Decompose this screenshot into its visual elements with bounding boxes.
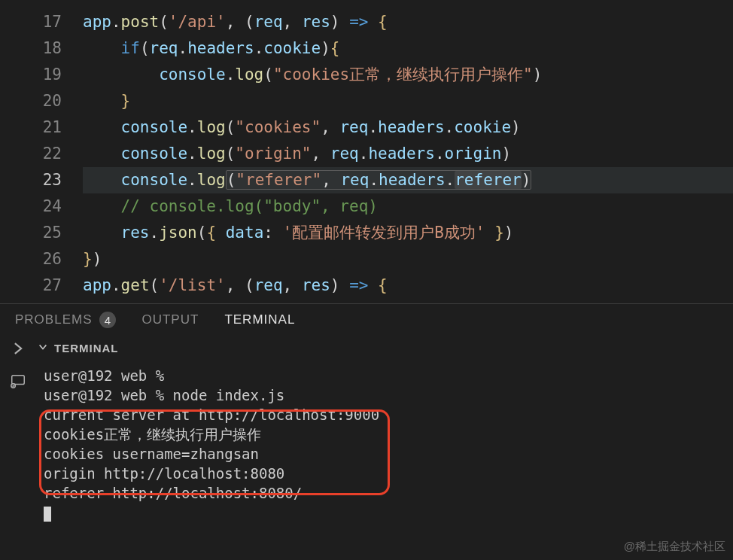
terminal-output[interactable]: user@192 web % user@192 web % node index… — [36, 366, 733, 522]
terminal-line: current server at http://localhost:9000 — [44, 405, 733, 425]
code-line[interactable]: console.log("referer", req.headers.refer… — [83, 167, 733, 193]
line-number: 17 — [0, 9, 62, 35]
terminal-line: user@192 web % — [44, 366, 733, 385]
terminal-area[interactable]: TERMINAL user@192 web % user@192 web % n… — [0, 336, 733, 522]
code-line[interactable]: console.log("cookies正常，继续执行用户操作") — [83, 62, 733, 88]
line-number-gutter: 1718192021222324252627 — [0, 9, 83, 299]
bottom-panel: PROBLEMS 4 OUTPUT TERMINAL — [0, 303, 733, 522]
chevron-right-icon[interactable] — [10, 340, 26, 361]
line-number: 24 — [0, 193, 62, 220]
terminal-cursor — [44, 507, 51, 522]
chevron-down-icon — [38, 339, 48, 358]
code-line[interactable]: res.json({ data: '配置邮件转发到用户B成功' }) — [83, 220, 733, 246]
panel-tabs: PROBLEMS 4 OUTPUT TERMINAL — [0, 304, 733, 336]
terminal-line: cookies正常，继续执行用户操作 — [44, 425, 733, 444]
code-line[interactable]: app.get('/list', (req, res) => { — [83, 272, 733, 299]
watermark-text: @稀土掘金技术社区 — [624, 540, 725, 554]
line-number: 19 — [0, 62, 62, 88]
tab-label: TERMINAL — [224, 312, 295, 327]
tab-problems[interactable]: PROBLEMS 4 — [15, 312, 116, 328]
selection-highlight: ("referer", req.headers.referer) — [226, 170, 532, 190]
line-number: 25 — [0, 220, 62, 246]
code-editor[interactable]: 1718192021222324252627 app.post('/api', … — [0, 0, 733, 299]
tab-terminal[interactable]: TERMINAL — [224, 312, 295, 327]
line-number: 23 — [0, 167, 62, 193]
terminal-body[interactable]: TERMINAL user@192 web % user@192 web % n… — [36, 336, 733, 522]
tab-label: OUTPUT — [141, 312, 199, 327]
tab-output[interactable]: OUTPUT — [141, 312, 199, 327]
code-line[interactable]: }) — [83, 246, 733, 272]
svg-rect-0 — [12, 376, 25, 385]
terminal-line: cookies username=zhangsan — [44, 444, 733, 464]
terminal-line: user@192 web % node index.js — [44, 385, 733, 405]
code-line[interactable]: // console.log("body", req) — [83, 193, 733, 220]
code-line[interactable]: console.log("cookies", req.headers.cooki… — [83, 114, 733, 141]
line-number: 20 — [0, 88, 62, 114]
line-number: 26 — [0, 246, 62, 272]
terminal-section-header[interactable]: TERMINAL — [36, 336, 733, 366]
line-number: 21 — [0, 114, 62, 141]
terminal-gutter — [0, 336, 36, 522]
problems-count-badge: 4 — [99, 312, 116, 328]
tab-label: PROBLEMS — [15, 312, 92, 327]
terminal-section-label: TERMINAL — [54, 339, 119, 358]
code-area[interactable]: app.post('/api', (req, res) => { if(req.… — [83, 9, 733, 299]
debug-console-icon[interactable] — [10, 373, 26, 393]
terminal-line: referer http://localhost:8080/ — [44, 483, 733, 503]
code-line[interactable]: console.log("origin", req.headers.origin… — [83, 141, 733, 167]
terminal-line: origin http://localhost:8080 — [44, 464, 733, 483]
code-line[interactable]: app.post('/api', (req, res) => { — [83, 9, 733, 35]
line-number: 27 — [0, 272, 62, 299]
code-line[interactable]: } — [83, 88, 733, 114]
line-number: 18 — [0, 35, 62, 62]
code-line[interactable]: if(req.headers.cookie){ — [83, 35, 733, 62]
line-number: 22 — [0, 141, 62, 167]
